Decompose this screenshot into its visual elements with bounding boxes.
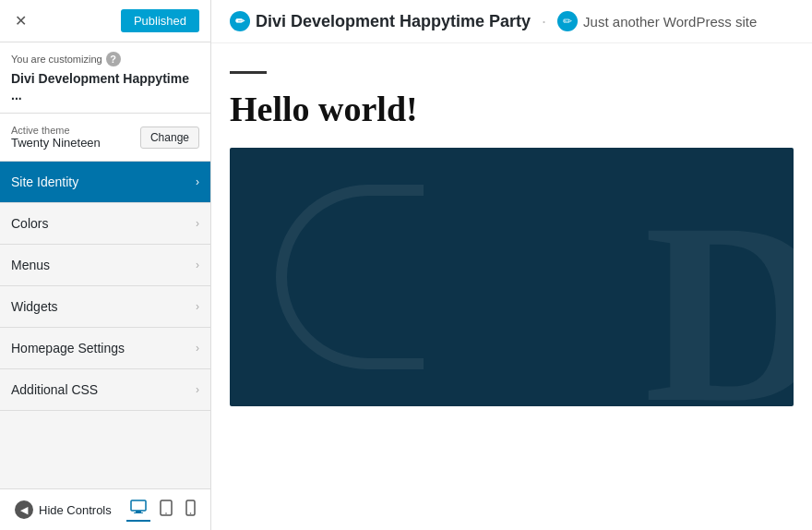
divi-d-shape <box>276 185 424 369</box>
close-button[interactable]: ✕ <box>11 10 30 31</box>
preview-area: ✏ Divi Development Happytime Party · ✏ J… <box>211 0 812 530</box>
change-theme-button[interactable]: Change <box>140 126 199 149</box>
edit-site-title-icon[interactable]: ✏ <box>230 11 250 31</box>
site-name-text: Divi Development Happytime ... <box>11 71 189 102</box>
preview-content: Hello world! D <box>211 43 812 425</box>
hide-controls-label: Hide Controls <box>39 503 112 517</box>
theme-name: Twenty Nineteen <box>11 136 101 150</box>
nav-label-menus: Menus <box>11 258 50 272</box>
chevron-icon-widgets: › <box>196 300 199 313</box>
nav-item-additional-css[interactable]: Additional CSS › <box>0 369 210 411</box>
desktop-device-button[interactable] <box>126 498 150 522</box>
hide-controls-button[interactable]: ◀ Hide Controls <box>11 497 115 523</box>
nav-item-homepage-settings[interactable]: Homepage Settings › <box>0 328 210 369</box>
svg-rect-0 <box>131 500 146 511</box>
svg-point-6 <box>190 512 192 514</box>
theme-label: Active theme <box>11 125 101 136</box>
chevron-icon-site-identity: › <box>196 175 199 188</box>
nav-item-colors[interactable]: Colors › <box>0 203 210 245</box>
nav-label-homepage-settings: Homepage Settings <box>11 341 125 355</box>
help-icon[interactable]: ? <box>106 52 121 66</box>
theme-info: Active theme Twenty Nineteen <box>11 125 101 150</box>
preview-topbar: ✏ Divi Development Happytime Party · ✏ J… <box>211 0 812 43</box>
site-title-area: Divi Development Happytime ... <box>0 68 210 114</box>
svg-point-4 <box>165 512 167 514</box>
post-title: Hello world! <box>230 89 794 129</box>
nav-label-colors: Colors <box>11 216 48 231</box>
svg-rect-2 <box>134 512 143 513</box>
edit-tagline-icon[interactable]: ✏ <box>557 11 578 31</box>
customizer-sidebar: ✕ Published You are customizing ? Divi D… <box>0 0 211 530</box>
divi-banner: D <box>230 148 794 406</box>
nav-label-site-identity: Site Identity <box>11 175 78 189</box>
title-tagline-separator: · <box>542 12 546 31</box>
preview-site-title: ✏ Divi Development Happytime Party <box>230 11 531 31</box>
device-switcher <box>126 498 199 522</box>
divi-letter: D <box>644 163 794 406</box>
svg-rect-1 <box>136 511 141 512</box>
chevron-icon-menus: › <box>196 259 199 271</box>
sidebar-header: ✕ Published <box>0 0 210 42</box>
published-button[interactable]: Published <box>121 9 199 32</box>
arrow-left-icon: ◀ <box>15 500 33 519</box>
nav-label-additional-css: Additional CSS <box>11 382 98 397</box>
chevron-icon-homepage-settings: › <box>196 342 199 355</box>
preview-tagline-text: Just another WordPress site <box>583 14 757 30</box>
chevron-icon-colors: › <box>196 217 199 230</box>
customizer-nav: Site Identity › Colors › Menus › Widgets… <box>0 162 210 488</box>
nav-item-site-identity[interactable]: Site Identity › <box>0 162 210 203</box>
nav-label-widgets: Widgets <box>11 299 58 314</box>
tablet-device-button[interactable] <box>156 498 176 522</box>
nav-item-widgets[interactable]: Widgets › <box>0 286 210 328</box>
nav-item-menus[interactable]: Menus › <box>0 245 210 286</box>
customizing-section: You are customizing ? <box>0 42 210 68</box>
chevron-icon-additional-css: › <box>196 383 199 396</box>
theme-section: Active theme Twenty Nineteen Change <box>0 114 210 162</box>
post-divider <box>230 71 267 74</box>
preview-site-title-text: Divi Development Happytime Party <box>256 12 531 31</box>
preview-tagline: ✏ Just another WordPress site <box>557 11 757 31</box>
customizing-label-text: You are customizing <box>11 54 102 65</box>
mobile-device-button[interactable] <box>182 498 199 522</box>
sidebar-footer: ◀ Hide Controls <box>0 488 210 530</box>
